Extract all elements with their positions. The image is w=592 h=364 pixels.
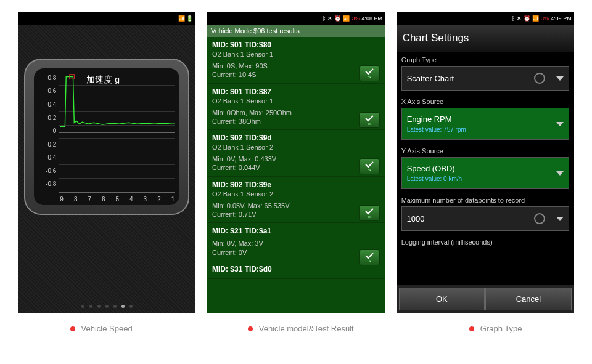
page-indicator[interactable]: [18, 305, 195, 308]
page-title: Vehicle Mode $06 test results: [207, 25, 385, 37]
result-row: MID: $21 TID:$a1 Min: 0V, Max: 3VCurrent…: [207, 223, 385, 261]
alarm-icon: ⏰: [524, 15, 530, 22]
caption-1: Vehicle Speed: [70, 324, 133, 333]
y-axis: 0.8 0.6 0.4 0.2 0 -0.2 -0.4 -0.6 -0.8: [38, 72, 57, 193]
bullet-icon: [70, 326, 75, 331]
mute-icon: ✕: [327, 15, 332, 22]
cancel-button[interactable]: Cancel: [485, 288, 572, 310]
interval-label: Logging interval (milliseconds): [401, 238, 569, 246]
alarm-icon: ⏰: [334, 15, 341, 22]
max-datapoints-dropdown[interactable]: 1000: [401, 206, 569, 231]
bullet-icon: [469, 326, 474, 331]
radio-icon: [534, 73, 545, 84]
result-row: MID: $31 TID:$d0: [207, 261, 385, 279]
x-axis: 9 8 7 6 5 4 3 2 1: [60, 196, 175, 203]
chart-line: [59, 72, 175, 182]
ok-button[interactable]: ok: [359, 65, 380, 81]
battery-icon: 3%: [541, 15, 549, 22]
status-time: 4:08 PM: [361, 15, 382, 22]
ok-button[interactable]: ok: [359, 158, 380, 174]
chevron-down-icon: [556, 171, 564, 176]
status-bar: ᛒ ✕ ⏰ 📶 3% 4:09 PM: [397, 12, 574, 25]
result-row: MID: $02 TID:$9e O2 Bank 1 Sensor 2 Min:…: [207, 177, 385, 224]
ok-button[interactable]: OK: [399, 288, 485, 310]
chevron-down-icon: [556, 76, 564, 81]
battery-icon: 3%: [352, 15, 360, 22]
button-row: OK Cancel: [397, 285, 574, 313]
phone-test-results: ᛒ ✕ ⏰ 📶 3% 4:08 PM Vehicle Mode $06 test…: [207, 12, 385, 313]
signal-icon: 📶: [343, 15, 350, 22]
result-row: MID: $01 TID:$87 O2 Bank 1 Sensor 1 Min:…: [207, 84, 385, 131]
ok-button[interactable]: ok: [359, 112, 380, 128]
settings-panel: Chart Settings Graph Type Scatter Chart …: [397, 25, 574, 313]
phone-chart-settings: ᛒ ✕ ⏰ 📶 3% 4:09 PM Chart Settings Graph …: [397, 12, 574, 313]
settings-title: Chart Settings: [397, 25, 574, 52]
bullet-icon: [248, 326, 253, 331]
result-row: MID: $01 TID:$80 O2 Bank 1 Sensor 1 Min:…: [207, 37, 385, 84]
results-list[interactable]: MID: $01 TID:$80 O2 Bank 1 Sensor 1 Min:…: [207, 37, 385, 313]
chart-area: 加速度 g 0.8 0.6 0.4 0.2 0 -0.2 -0.4 -0.6 -…: [34, 68, 179, 205]
mute-icon: ✕: [517, 15, 522, 22]
bluetooth-icon: ᛒ: [323, 15, 326, 22]
y-axis-label: Y Axis Source: [401, 147, 569, 155]
status-bar: 📶 🔋: [18, 12, 195, 25]
ok-button[interactable]: ok: [359, 205, 380, 221]
chart-grid: [59, 72, 175, 193]
bluetooth-icon: ᛒ: [512, 15, 515, 22]
phone-vehicle-speed: 📶 🔋 加速度 g 0.8 0.6 0.4 0.2 0 -0.2 -0.4 -0…: [18, 12, 195, 313]
caption-3: Graph Type: [469, 324, 522, 333]
caption-2: Vehicle model&Test Result: [248, 324, 354, 333]
chevron-down-icon: [556, 217, 564, 221]
chevron-down-icon: [556, 122, 564, 126]
graph-type-label: Graph Type: [401, 56, 569, 63]
y-axis-dropdown[interactable]: Speed (OBD)Latest value: 0 km/h: [401, 157, 569, 189]
radio-icon: [534, 213, 545, 224]
x-axis-label: X Axis Source: [401, 98, 569, 105]
gauge-frame: 加速度 g 0.8 0.6 0.4 0.2 0 -0.2 -0.4 -0.6 -…: [24, 59, 189, 215]
result-row: MID: $02 TID:$9d O2 Bank 1 Sensor 2 Min:…: [207, 130, 385, 177]
max-datapoints-label: Maximum number of datapoints to record: [401, 196, 569, 204]
graph-type-dropdown[interactable]: Scatter Chart: [401, 66, 569, 91]
signal-icon: 📶: [532, 15, 539, 22]
status-time: 4:09 PM: [551, 15, 572, 22]
x-axis-dropdown[interactable]: Engine RPMLatest value: 757 rpm: [401, 108, 569, 140]
status-bar: ᛒ ✕ ⏰ 📶 3% 4:08 PM: [207, 12, 385, 25]
